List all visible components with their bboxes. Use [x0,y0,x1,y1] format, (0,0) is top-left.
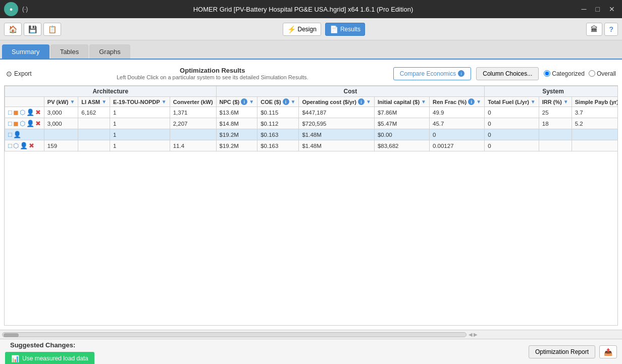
row-icons-cell: □◼⬡👤✖ [5,118,44,129]
row-icon-3[interactable]: 👤 [20,142,28,149]
sort-npc[interactable]: ▼ [249,99,254,105]
open-file-button[interactable]: 💾 [24,23,41,36]
new-file-button[interactable]: 🏠 [4,23,22,36]
col-init-cap[interactable]: Initial capital ($) ▼ [374,97,429,107]
tab-tables[interactable]: Tables [50,44,89,59]
tariff-cell: 1 [110,129,170,140]
building-icon-button[interactable]: 🏛 [586,23,602,36]
op-cost-cell: $447,187 [299,107,374,118]
sort-op-cost[interactable]: ▼ [366,99,371,105]
results-table-wrapper[interactable]: Architecture Cost System Compare E PV (k… [4,85,618,326]
minimize-button[interactable]: ─ [579,4,590,14]
action-bar-left: ⊙ Export [6,70,32,78]
design-button[interactable]: ⚡ Design [283,23,321,36]
row-icon-4[interactable]: ✖ [35,109,41,116]
sort-total-fuel[interactable]: ▼ [531,99,536,105]
sort-irr[interactable]: ▼ [563,99,568,105]
col-ren-frac[interactable]: Ren Frac (%) i ▼ [429,97,484,107]
column-choices-button[interactable]: Column Choices... [476,67,539,80]
row-icon-2[interactable]: ⬡ [20,120,25,127]
npc-info-icon[interactable]: i [241,98,247,105]
ren-frac-cell: 45.7 [429,118,484,129]
col-op-cost[interactable]: Operating cost ($/yr) i ▼ [299,97,374,107]
col-pv[interactable]: PV (kW) ▼ [44,97,78,107]
table-body: □◼⬡👤✖3,0006,16211,371$13.6M$0.115$447,18… [5,107,618,151]
compare-info-icon[interactable]: i [458,70,464,77]
row-icon-3[interactable]: 👤 [26,120,34,127]
row-icon-0[interactable]: □ [8,120,12,127]
tab-summary[interactable]: Summary [2,44,49,59]
converter-cell: 2,207 [170,118,216,129]
compare-economics-button[interactable]: Compare Economics i [393,67,471,80]
horizontal-scrollbar[interactable] [2,332,467,337]
export-button[interactable]: ⊙ Export [6,70,32,78]
ren-frac-info-icon[interactable]: i [468,98,475,105]
coe-cell: $0.115 [257,107,299,118]
row-icon-0[interactable]: □ [8,109,12,116]
coe-info-icon[interactable]: i [283,98,289,105]
sort-ren-frac[interactable]: ▼ [476,99,481,105]
footer-bar: Suggested Changes: 📊 Use measured load d… [0,339,622,364]
arch-group-header: Architecture [5,86,217,97]
group-header-row: Architecture Cost System Compare E [5,86,618,97]
col-converter: Converter (kW) [170,97,216,107]
col-irr[interactable]: IRR (%) ▼ [539,97,572,107]
row-icon-3[interactable]: 👤 [13,131,21,138]
content-area: ⊙ Export Optimization Results Left Doubl… [0,60,622,330]
measured-load-button[interactable]: 📊 Use measured load data [5,352,94,365]
maximize-button[interactable]: □ [593,4,603,14]
row-icon-2[interactable]: ⬡ [20,109,25,116]
window-controls: ─ □ ✕ [579,4,618,14]
col-tariff[interactable]: E-19-TOU-NOPDP ▼ [110,97,170,107]
table-row[interactable]: □👤1$19.2M$0.163$1.48M$0.0000 [5,129,618,140]
col-total-fuel[interactable]: Total Fuel (L/yr) ▼ [485,97,539,107]
export-report-button[interactable]: 📤 [599,345,617,358]
col-coe[interactable]: COE ($) i ▼ [257,97,299,107]
op-cost-cell: $1.48M [299,129,374,140]
tab-graphs[interactable]: Graphs [89,44,130,59]
converter-cell [170,129,216,140]
total-fuel-cell: 0 [485,107,539,118]
close-button[interactable]: ✕ [606,4,618,14]
sort-tariff[interactable]: ▼ [162,99,167,105]
sort-coe[interactable]: ▼ [291,99,296,105]
sort-init-cap[interactable]: ▼ [421,99,426,105]
table-row[interactable]: □⬡👤✖159111.4$19.2M$0.163$1.48M$83,6820.0… [5,140,618,151]
col-npc[interactable]: NPC ($) i ▼ [216,97,257,107]
converter-cell: 1,371 [170,107,216,118]
sort-li-asm[interactable]: ▼ [101,99,107,105]
save-file-button[interactable]: 📋 [43,23,61,36]
row-icon-2[interactable]: ⬡ [13,142,19,149]
col-simple-payb: Simple Payb (yr) [572,97,618,107]
sort-pv[interactable]: ▼ [70,99,75,105]
ren-frac-cell: 0 [429,129,484,140]
row-icons-cell: □⬡👤✖ [5,140,44,151]
row-icon-4[interactable]: ✖ [35,120,41,127]
row-icon-1[interactable]: ◼ [13,109,19,116]
row-icon-3[interactable]: 👤 [26,109,34,116]
init-cap-cell: $83,682 [374,140,429,151]
table-row[interactable]: □◼⬡👤✖3,0006,16211,371$13.6M$0.115$447,18… [5,107,618,118]
coe-cell: $0.163 [257,140,299,151]
optimization-report-button[interactable]: Optimization Report [529,345,595,358]
total-fuel-cell: 0 [485,140,539,151]
row-icon-0[interactable]: □ [8,142,12,149]
table-row[interactable]: □◼⬡👤✖3,00012,207$14.8M$0.112$720,595$5.4… [5,118,618,129]
tab-bar: Summary Tables Graphs [0,40,622,60]
radio-overall[interactable]: Overall [589,70,616,77]
op-cost-info-icon[interactable]: i [358,98,365,105]
app-icon: ● [4,2,18,16]
help-button[interactable]: ? [604,23,618,36]
row-icon-0[interactable]: □ [8,131,12,138]
total-fuel-cell: 0 [485,129,539,140]
footer-left: Suggested Changes: 📊 Use measured load d… [5,338,94,365]
irr-cell: 18 [539,118,572,129]
results-button[interactable]: 📄 Results [325,23,365,36]
scrollbar-thumb[interactable] [4,333,19,337]
row-icon-1[interactable]: ◼ [13,120,19,127]
init-cap-cell: $0.00 [374,129,429,140]
col-li-asm[interactable]: LI ASM ▼ [78,97,110,107]
row-icon-4[interactable]: ✖ [29,142,34,149]
scrollbar-area: ◀ ▶ [0,330,622,339]
radio-categorized[interactable]: Categorized [544,70,585,77]
